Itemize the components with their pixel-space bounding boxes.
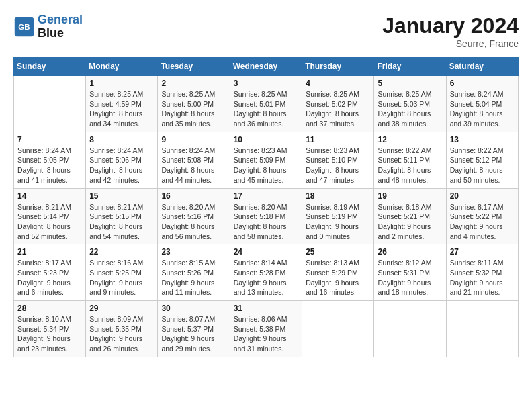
- table-cell: 4Sunrise: 8:25 AM Sunset: 5:02 PM Daylig…: [302, 76, 374, 132]
- header-saturday: Saturday: [446, 58, 518, 76]
- location: Seurre, France: [382, 38, 519, 49]
- table-cell: 1Sunrise: 8:25 AM Sunset: 4:59 PM Daylig…: [86, 76, 158, 132]
- table-cell: 30Sunrise: 8:07 AM Sunset: 5:37 PM Dayli…: [158, 301, 230, 357]
- table-cell: 19Sunrise: 8:18 AM Sunset: 5:21 PM Dayli…: [374, 188, 446, 244]
- title-block: January 2024 Seurre, France: [382, 13, 519, 49]
- day-number: 12: [378, 135, 442, 144]
- day-number: 9: [161, 135, 226, 144]
- week-row-3: 14Sunrise: 8:21 AM Sunset: 5:14 PM Dayli…: [14, 188, 519, 244]
- day-info: Sunrise: 8:25 AM Sunset: 4:59 PM Dayligh…: [89, 89, 154, 129]
- table-cell: 21Sunrise: 8:17 AM Sunset: 5:23 PM Dayli…: [14, 244, 86, 301]
- day-number: 6: [450, 79, 515, 88]
- table-cell: 14Sunrise: 8:21 AM Sunset: 5:14 PM Dayli…: [14, 188, 86, 244]
- day-number: 15: [89, 191, 154, 201]
- table-cell: 25Sunrise: 8:13 AM Sunset: 5:29 PM Dayli…: [302, 244, 374, 301]
- day-info: Sunrise: 8:22 AM Sunset: 5:11 PM Dayligh…: [378, 146, 442, 185]
- day-number: 22: [89, 247, 154, 257]
- table-cell: 8Sunrise: 8:24 AM Sunset: 5:06 PM Daylig…: [86, 132, 158, 188]
- day-info: Sunrise: 8:24 AM Sunset: 5:04 PM Dayligh…: [450, 89, 515, 129]
- day-info: Sunrise: 8:24 AM Sunset: 5:05 PM Dayligh…: [17, 146, 82, 185]
- day-info: Sunrise: 8:16 AM Sunset: 5:25 PM Dayligh…: [89, 258, 154, 298]
- day-info: Sunrise: 8:09 AM Sunset: 5:35 PM Dayligh…: [89, 314, 154, 354]
- day-number: 31: [234, 304, 299, 313]
- day-info: Sunrise: 8:17 AM Sunset: 5:22 PM Dayligh…: [450, 202, 515, 242]
- day-number: 3: [234, 79, 299, 88]
- header-friday: Friday: [374, 58, 446, 76]
- calendar-page: GB General Blue January 2024 Seurre, Fra…: [0, 0, 532, 411]
- header-thursday: Thursday: [302, 58, 374, 76]
- day-info: Sunrise: 8:12 AM Sunset: 5:31 PM Dayligh…: [378, 258, 442, 298]
- day-info: Sunrise: 8:23 AM Sunset: 5:10 PM Dayligh…: [306, 146, 370, 185]
- day-info: Sunrise: 8:11 AM Sunset: 5:32 PM Dayligh…: [450, 258, 515, 298]
- week-row-5: 28Sunrise: 8:10 AM Sunset: 5:34 PM Dayli…: [14, 301, 519, 357]
- week-row-1: 1Sunrise: 8:25 AM Sunset: 4:59 PM Daylig…: [14, 76, 519, 132]
- table-cell: 7Sunrise: 8:24 AM Sunset: 5:05 PM Daylig…: [14, 132, 86, 188]
- day-info: Sunrise: 8:25 AM Sunset: 5:03 PM Dayligh…: [378, 89, 442, 129]
- table-cell: 2Sunrise: 8:25 AM Sunset: 5:00 PM Daylig…: [158, 76, 230, 132]
- day-number: 30: [161, 304, 226, 313]
- day-number: 11: [306, 135, 370, 144]
- day-number: 25: [306, 247, 370, 257]
- table-cell: [14, 76, 86, 132]
- day-info: Sunrise: 8:20 AM Sunset: 5:18 PM Dayligh…: [234, 202, 299, 242]
- day-number: 27: [450, 247, 515, 257]
- day-number: 16: [161, 191, 226, 201]
- header: GB General Blue January 2024 Seurre, Fra…: [13, 13, 519, 49]
- table-cell: 17Sunrise: 8:20 AM Sunset: 5:18 PM Dayli…: [230, 188, 302, 244]
- header-tuesday: Tuesday: [158, 58, 230, 76]
- day-info: Sunrise: 8:22 AM Sunset: 5:12 PM Dayligh…: [450, 146, 515, 185]
- day-number: 2: [161, 79, 226, 88]
- table-cell: 26Sunrise: 8:12 AM Sunset: 5:31 PM Dayli…: [374, 244, 446, 301]
- table-cell: 16Sunrise: 8:20 AM Sunset: 5:16 PM Dayli…: [158, 188, 230, 244]
- table-cell: 22Sunrise: 8:16 AM Sunset: 5:25 PM Dayli…: [86, 244, 158, 301]
- day-info: Sunrise: 8:20 AM Sunset: 5:16 PM Dayligh…: [161, 202, 226, 242]
- day-number: 13: [450, 135, 515, 144]
- day-info: Sunrise: 8:19 AM Sunset: 5:19 PM Dayligh…: [306, 202, 370, 242]
- day-number: 21: [17, 247, 82, 257]
- table-cell: 15Sunrise: 8:21 AM Sunset: 5:15 PM Dayli…: [86, 188, 158, 244]
- month-title: January 2024: [382, 13, 519, 38]
- day-info: Sunrise: 8:17 AM Sunset: 5:23 PM Dayligh…: [17, 258, 82, 298]
- table-cell: 27Sunrise: 8:11 AM Sunset: 5:32 PM Dayli…: [446, 244, 518, 301]
- header-monday: Monday: [86, 58, 158, 76]
- table-cell: 6Sunrise: 8:24 AM Sunset: 5:04 PM Daylig…: [446, 76, 518, 132]
- table-cell: 11Sunrise: 8:23 AM Sunset: 5:10 PM Dayli…: [302, 132, 374, 188]
- day-info: Sunrise: 8:06 AM Sunset: 5:38 PM Dayligh…: [234, 314, 299, 354]
- day-number: 17: [234, 191, 299, 201]
- table-cell: 18Sunrise: 8:19 AM Sunset: 5:19 PM Dayli…: [302, 188, 374, 244]
- table-cell: [374, 301, 446, 357]
- day-info: Sunrise: 8:15 AM Sunset: 5:26 PM Dayligh…: [161, 258, 226, 298]
- day-number: 7: [17, 135, 82, 144]
- day-info: Sunrise: 8:25 AM Sunset: 5:02 PM Dayligh…: [306, 89, 370, 129]
- day-info: Sunrise: 8:23 AM Sunset: 5:09 PM Dayligh…: [234, 146, 299, 185]
- table-cell: [302, 301, 374, 357]
- day-number: 26: [378, 247, 442, 257]
- day-info: Sunrise: 8:25 AM Sunset: 5:01 PM Dayligh…: [234, 89, 299, 129]
- day-number: 10: [234, 135, 299, 144]
- day-info: Sunrise: 8:25 AM Sunset: 5:00 PM Dayligh…: [161, 89, 226, 129]
- svg-text:GB: GB: [18, 22, 30, 30]
- table-cell: 3Sunrise: 8:25 AM Sunset: 5:01 PM Daylig…: [230, 76, 302, 132]
- table-cell: 31Sunrise: 8:06 AM Sunset: 5:38 PM Dayli…: [230, 301, 302, 357]
- day-number: 29: [89, 304, 154, 313]
- table-cell: 5Sunrise: 8:25 AM Sunset: 5:03 PM Daylig…: [374, 76, 446, 132]
- table-cell: 28Sunrise: 8:10 AM Sunset: 5:34 PM Dayli…: [14, 301, 86, 357]
- week-row-4: 21Sunrise: 8:17 AM Sunset: 5:23 PM Dayli…: [14, 244, 519, 301]
- day-info: Sunrise: 8:24 AM Sunset: 5:06 PM Dayligh…: [89, 146, 154, 185]
- header-wednesday: Wednesday: [230, 58, 302, 76]
- table-cell: 10Sunrise: 8:23 AM Sunset: 5:09 PM Dayli…: [230, 132, 302, 188]
- day-info: Sunrise: 8:14 AM Sunset: 5:28 PM Dayligh…: [234, 258, 299, 298]
- week-row-2: 7Sunrise: 8:24 AM Sunset: 5:05 PM Daylig…: [14, 132, 519, 188]
- day-info: Sunrise: 8:21 AM Sunset: 5:14 PM Dayligh…: [17, 202, 82, 242]
- day-info: Sunrise: 8:24 AM Sunset: 5:08 PM Dayligh…: [161, 146, 226, 185]
- table-cell: [446, 301, 518, 357]
- table-cell: 24Sunrise: 8:14 AM Sunset: 5:28 PM Dayli…: [230, 244, 302, 301]
- day-number: 28: [17, 304, 82, 313]
- calendar-header-row: Sunday Monday Tuesday Wednesday Thursday…: [14, 58, 519, 76]
- day-number: 4: [306, 79, 370, 88]
- day-number: 20: [450, 191, 515, 201]
- day-number: 1: [89, 79, 154, 88]
- table-cell: 29Sunrise: 8:09 AM Sunset: 5:35 PM Dayli…: [86, 301, 158, 357]
- day-number: 19: [378, 191, 442, 201]
- table-cell: 23Sunrise: 8:15 AM Sunset: 5:26 PM Dayli…: [158, 244, 230, 301]
